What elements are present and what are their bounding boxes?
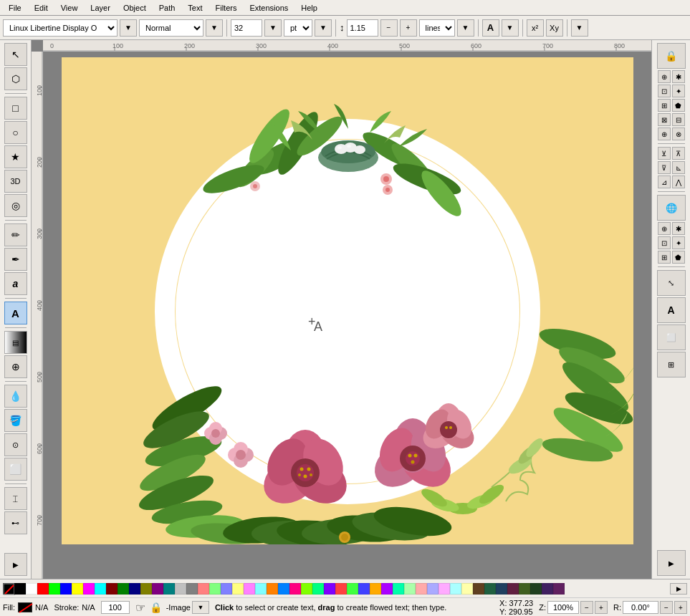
menu-layer[interactable]: Layer [85,2,116,14]
gradient-tool[interactable]: ▤ [4,331,27,354]
palette-color[interactable] [26,583,37,595]
palette-color[interactable] [335,583,347,595]
palette-color[interactable] [439,583,450,595]
canvas-scroll[interactable]: SB + A [43,52,651,579]
subscript-btn[interactable]: Xy [546,19,563,37]
opacity-input[interactable] [101,601,130,614]
palette-color[interactable] [83,583,95,595]
palette-color[interactable] [370,583,381,595]
menu-extensions[interactable]: Extensions [244,2,294,14]
menu-text[interactable]: Text [182,2,208,14]
text-style-dropdown-btn[interactable]: ▼ [502,19,519,37]
line-height-dec-btn[interactable]: − [380,19,398,37]
palette-color[interactable] [416,583,427,595]
text-style-btn[interactable]: A [482,19,499,37]
rp-btn-22[interactable]: ⬟ [672,251,685,264]
rp-btn-10[interactable]: ⊗ [672,127,685,140]
menu-object[interactable]: Object [118,2,152,14]
palette-color[interactable] [267,583,278,595]
palette-color[interactable] [553,583,565,595]
fill-color-swatch[interactable] [18,602,32,612]
palette-color[interactable] [152,583,163,595]
rp-btn-5[interactable]: ⊞ [658,99,671,112]
measure-tool[interactable]: ⊷ [4,511,27,534]
line-height-inc-btn[interactable]: + [400,19,417,37]
palette-color[interactable] [198,583,209,595]
palette-color[interactable] [347,583,358,595]
no-color-swatch[interactable] [3,583,14,595]
palette-color[interactable] [427,583,439,595]
palette-color[interactable] [72,583,83,595]
rp-btn-16[interactable]: ⋀ [672,175,685,188]
palette-color[interactable] [473,583,484,595]
palette-color[interactable] [484,583,496,595]
menu-edit[interactable]: Edit [29,2,54,14]
paint-bucket-tool[interactable]: 🪣 [4,409,27,432]
palette-color[interactable] [14,583,26,595]
palette-color[interactable] [450,583,461,595]
spiral-tool[interactable]: ◎ [4,194,27,217]
star-tool[interactable]: ★ [4,145,27,168]
line-height-unit-dropdown-btn[interactable]: ▼ [457,19,474,37]
select-tool[interactable]: ↖ [4,43,27,66]
font-unit-select[interactable]: pt [284,19,312,37]
menu-path[interactable]: Path [153,2,181,14]
palette-color[interactable] [404,583,416,595]
snap-lock-btn[interactable]: 🔒 [657,43,686,69]
palette-color[interactable] [255,583,267,595]
rp-btn-17[interactable]: ⊕ [658,222,671,235]
font-size-dropdown-btn[interactable]: ▼ [264,19,282,37]
rp-btn-21[interactable]: ⊞ [658,251,671,264]
dropper-tool[interactable]: 💧 [4,385,27,408]
lock-icon[interactable]: 🔒 [150,602,162,613]
palette-color[interactable] [393,583,404,595]
node-tool[interactable]: ⬡ [4,67,27,90]
rotation-input[interactable]: 0.00° [623,601,658,614]
palette-color[interactable] [49,583,60,595]
palette-color[interactable] [140,583,152,595]
zoom-in-btn[interactable]: + [595,601,608,614]
rp-globe-btn[interactable]: 🌐 [657,195,686,221]
palette-color[interactable] [163,583,175,595]
palette-color[interactable] [507,583,519,595]
toolbox-expand-btn[interactable]: ▶ [4,553,27,576]
menu-file[interactable]: File [3,2,27,14]
palette-color[interactable] [244,583,255,595]
menu-filters[interactable]: Filters [210,2,243,14]
3d-box-tool[interactable]: 3D [4,170,27,193]
menu-view[interactable]: View [55,2,84,14]
cursor-mode-icon[interactable]: ☞ [135,601,145,615]
palette-color[interactable] [129,583,140,595]
more-options-btn[interactable]: ▼ [571,19,588,37]
rotate-dec-btn[interactable]: − [660,601,673,614]
calligraphy-tool[interactable]: a [4,272,27,295]
rotate-inc-btn[interactable]: + [674,601,687,614]
rp-btn-9[interactable]: ⊕ [658,127,671,140]
rp-btn-14[interactable]: ⊾ [672,161,685,174]
rp-btn-15[interactable]: ⊿ [658,175,671,188]
palette-color[interactable] [312,583,324,595]
palette-color[interactable] [324,583,335,595]
rp-btn-7[interactable]: ⊠ [658,113,671,126]
ellipse-tool[interactable]: ○ [4,121,27,144]
rp-btn-11[interactable]: ⊻ [658,147,671,160]
palette-color[interactable] [530,583,542,595]
rp-btn-19[interactable]: ⊡ [658,236,671,249]
font-style-dropdown-btn[interactable]: ▼ [206,19,223,37]
rp-grid-btn[interactable]: ⊞ [657,352,686,377]
font-unit-dropdown-btn[interactable]: ▼ [315,19,332,37]
palette-color[interactable] [60,583,72,595]
eraser-tool[interactable]: ⬜ [4,458,27,481]
rp-btn-3[interactable]: ⊡ [658,85,671,97]
palette-color[interactable] [381,583,393,595]
rp-btn-6[interactable]: ⬟ [672,99,685,112]
palette-color[interactable] [37,583,49,595]
palette-color[interactable] [461,583,473,595]
text-tool[interactable]: A [4,302,27,324]
image-mode-dropdown[interactable]: ▼ [192,601,209,614]
font-style-select[interactable]: Normal [139,19,203,37]
menu-help[interactable]: Help [295,2,323,14]
palette-scroll-right[interactable]: ▶ [670,583,687,595]
palette-color[interactable] [209,583,221,595]
palette-color[interactable] [278,583,289,595]
